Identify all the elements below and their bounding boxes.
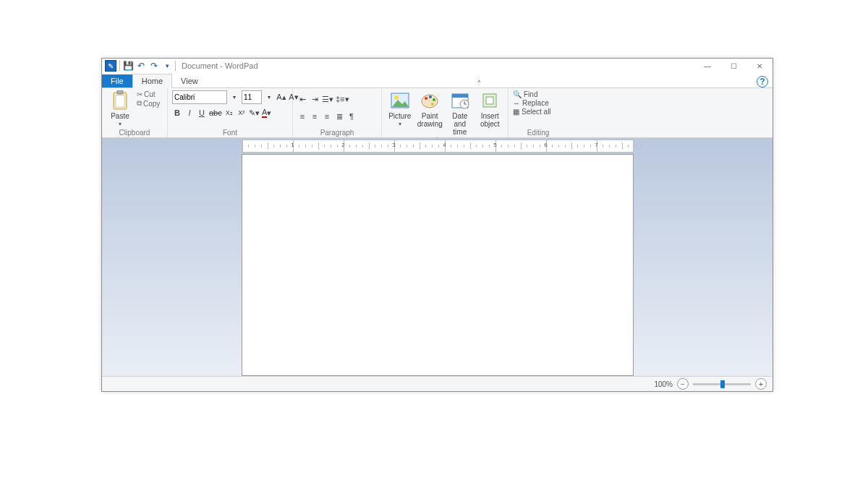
svg-point-4 xyxy=(394,95,399,100)
scissors-icon: ✂ xyxy=(137,90,142,98)
group-label-editing: Editing xyxy=(513,128,563,137)
line-spacing-button[interactable]: ‡≡▾ xyxy=(336,93,349,105)
font-family-combo[interactable] xyxy=(172,90,227,104)
zoom-in-button[interactable]: + xyxy=(755,378,767,390)
align-left-button[interactable]: ≡ xyxy=(297,111,307,122)
copy-icon: ⧉ xyxy=(137,99,142,108)
chevron-down-icon: ▾ xyxy=(119,121,122,128)
chevron-down-icon[interactable]: ▾ xyxy=(264,92,274,103)
cut-button[interactable]: ✂Cut xyxy=(137,90,160,98)
svg-rect-1 xyxy=(117,90,123,94)
zoom-slider-thumb[interactable] xyxy=(720,380,725,388)
italic-button[interactable]: I xyxy=(184,107,195,119)
select-all-button[interactable]: ▦Select all xyxy=(513,108,551,116)
window-title: Document - WordPad xyxy=(182,61,258,70)
group-paragraph: ⇤ ⇥ ☰▾ ‡≡▾ ≡ ≡ ≡ ≣ ¶ Paragraph xyxy=(293,88,382,137)
replace-button[interactable]: ↔Replace xyxy=(513,99,551,107)
help-icon[interactable]: ? xyxy=(757,76,768,87)
ruler[interactable]: 1234567 xyxy=(242,140,634,153)
calendar-icon xyxy=(450,90,470,111)
find-icon: 🔍 xyxy=(513,90,522,98)
paste-label: Paste xyxy=(111,112,129,120)
group-clipboard: Paste ▾ ✂Cut ⧉Copy Clipboard xyxy=(102,88,168,137)
date-time-button[interactable]: Date and time xyxy=(446,90,474,136)
zoom-out-button[interactable]: − xyxy=(677,378,689,390)
tab-view[interactable]: View xyxy=(172,74,207,87)
align-right-button[interactable]: ≡ xyxy=(322,111,332,122)
undo-icon[interactable]: ↶ xyxy=(136,61,146,71)
font-color-button[interactable]: A▾ xyxy=(262,107,272,119)
wordpad-window: ✎ 💾 ↶ ↷ ▾ Document - WordPad — ☐ ✕ File … xyxy=(101,58,773,392)
chevron-down-icon[interactable]: ▾ xyxy=(229,92,239,103)
group-label-font: Font xyxy=(172,128,288,137)
qat-separator xyxy=(175,61,176,71)
strikethrough-button[interactable]: abc xyxy=(209,107,222,119)
status-bar: 100% − + xyxy=(102,376,773,391)
svg-rect-11 xyxy=(452,94,468,98)
collapse-ribbon-icon[interactable]: ˄ xyxy=(477,80,481,87)
select-all-icon: ▦ xyxy=(513,108,519,116)
ribbon-tabs: File Home View ˄ ? xyxy=(102,73,773,88)
group-insert: Picture▾ Paint drawing Date and time Ins… xyxy=(382,88,509,137)
ribbon: Paste ▾ ✂Cut ⧉Copy Clipboard ▾ ▾ A▴ xyxy=(102,88,773,138)
grow-font-button[interactable]: A▴ xyxy=(276,92,286,103)
subscript-button[interactable]: X₂ xyxy=(224,107,234,119)
insert-object-button[interactable]: Insert object xyxy=(477,90,504,128)
qat-customize-icon[interactable]: ▾ xyxy=(162,61,172,71)
justify-button[interactable]: ≣ xyxy=(334,111,344,122)
svg-rect-2 xyxy=(116,95,124,107)
app-icon: ✎ xyxy=(105,60,116,72)
underline-button[interactable]: U xyxy=(197,107,207,119)
bold-button[interactable]: B xyxy=(172,107,182,119)
tab-home[interactable]: Home xyxy=(132,74,172,88)
replace-icon: ↔ xyxy=(513,99,520,107)
group-editing: 🔍Find ↔Replace ▦Select all Editing xyxy=(509,88,568,137)
picture-icon xyxy=(390,90,410,111)
group-label-clipboard: Clipboard xyxy=(106,128,163,137)
bullets-button[interactable]: ☰▾ xyxy=(322,93,333,105)
highlight-button[interactable]: ✎▾ xyxy=(249,107,260,119)
workspace: 1234567 xyxy=(102,138,773,376)
minimize-button[interactable]: — xyxy=(694,59,720,73)
paint-icon xyxy=(420,90,440,111)
copy-button[interactable]: ⧉Copy xyxy=(137,99,160,108)
zoom-slider[interactable] xyxy=(693,383,751,385)
paragraph-dialog-button[interactable]: ¶ xyxy=(346,111,357,122)
clipboard-icon xyxy=(110,90,130,111)
find-button[interactable]: 🔍Find xyxy=(513,90,551,98)
quick-access-toolbar: ✎ 💾 ↶ ↷ ▾ xyxy=(102,60,176,72)
qat-separator xyxy=(119,61,120,71)
increase-indent-button[interactable]: ⇥ xyxy=(310,93,320,105)
tab-file[interactable]: File xyxy=(102,74,132,87)
maximize-button[interactable]: ☐ xyxy=(720,59,746,73)
superscript-button[interactable]: X² xyxy=(237,107,247,119)
group-font: ▾ ▾ A▴ A▾ B I U abc X₂ X² ✎▾ A▾ Font xyxy=(168,88,293,137)
align-center-button[interactable]: ≡ xyxy=(310,111,320,122)
svg-point-7 xyxy=(429,95,432,98)
zoom-level: 100% xyxy=(654,380,673,388)
group-label-paragraph: Paragraph xyxy=(297,128,377,137)
save-icon[interactable]: 💾 xyxy=(123,61,133,71)
titlebar: ✎ 💾 ↶ ↷ ▾ Document - WordPad — ☐ ✕ xyxy=(102,59,773,73)
object-icon xyxy=(480,90,500,111)
svg-point-9 xyxy=(431,103,434,106)
insert-picture-button[interactable]: Picture▾ xyxy=(386,90,414,128)
close-button[interactable]: ✕ xyxy=(746,59,773,73)
svg-point-6 xyxy=(425,97,427,100)
font-size-combo[interactable] xyxy=(242,90,262,104)
decrease-indent-button[interactable]: ⇤ xyxy=(297,93,307,105)
svg-rect-14 xyxy=(486,97,493,104)
redo-icon[interactable]: ↷ xyxy=(149,61,159,71)
window-controls: — ☐ ✕ xyxy=(694,59,773,73)
chevron-down-icon: ▾ xyxy=(399,121,401,128)
paint-drawing-button[interactable]: Paint drawing xyxy=(417,90,444,128)
svg-point-8 xyxy=(433,98,435,101)
document-page[interactable] xyxy=(242,154,634,376)
paste-button[interactable]: Paste ▾ xyxy=(106,90,134,128)
